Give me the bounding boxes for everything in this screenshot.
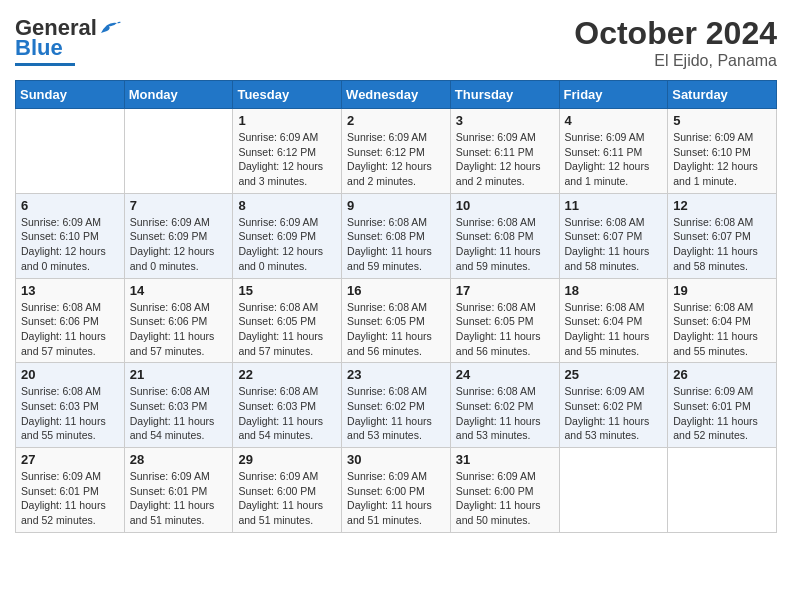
day-number: 20 bbox=[21, 367, 119, 382]
day-cell: 3Sunrise: 6:09 AM Sunset: 6:11 PM Daylig… bbox=[450, 109, 559, 194]
day-info: Sunrise: 6:09 AM Sunset: 6:11 PM Dayligh… bbox=[456, 130, 554, 189]
day-cell: 27Sunrise: 6:09 AM Sunset: 6:01 PM Dayli… bbox=[16, 448, 125, 533]
day-cell: 28Sunrise: 6:09 AM Sunset: 6:01 PM Dayli… bbox=[124, 448, 233, 533]
day-info: Sunrise: 6:09 AM Sunset: 6:09 PM Dayligh… bbox=[130, 215, 228, 274]
day-cell: 30Sunrise: 6:09 AM Sunset: 6:00 PM Dayli… bbox=[342, 448, 451, 533]
day-number: 4 bbox=[565, 113, 663, 128]
day-cell: 7Sunrise: 6:09 AM Sunset: 6:09 PM Daylig… bbox=[124, 193, 233, 278]
day-number: 27 bbox=[21, 452, 119, 467]
day-info: Sunrise: 6:08 AM Sunset: 6:02 PM Dayligh… bbox=[456, 384, 554, 443]
logo-bird-icon bbox=[99, 19, 121, 37]
day-info: Sunrise: 6:08 AM Sunset: 6:03 PM Dayligh… bbox=[130, 384, 228, 443]
day-number: 21 bbox=[130, 367, 228, 382]
day-cell: 20Sunrise: 6:08 AM Sunset: 6:03 PM Dayli… bbox=[16, 363, 125, 448]
day-info: Sunrise: 6:08 AM Sunset: 6:04 PM Dayligh… bbox=[565, 300, 663, 359]
col-header-sunday: Sunday bbox=[16, 81, 125, 109]
day-info: Sunrise: 6:08 AM Sunset: 6:06 PM Dayligh… bbox=[130, 300, 228, 359]
day-info: Sunrise: 6:08 AM Sunset: 6:05 PM Dayligh… bbox=[456, 300, 554, 359]
day-info: Sunrise: 6:09 AM Sunset: 6:09 PM Dayligh… bbox=[238, 215, 336, 274]
day-cell: 22Sunrise: 6:08 AM Sunset: 6:03 PM Dayli… bbox=[233, 363, 342, 448]
day-number: 26 bbox=[673, 367, 771, 382]
day-number: 19 bbox=[673, 283, 771, 298]
col-header-saturday: Saturday bbox=[668, 81, 777, 109]
header: General Blue October 2024 El Ejido, Pana… bbox=[15, 15, 777, 70]
day-cell: 4Sunrise: 6:09 AM Sunset: 6:11 PM Daylig… bbox=[559, 109, 668, 194]
day-number: 9 bbox=[347, 198, 445, 213]
day-number: 10 bbox=[456, 198, 554, 213]
day-number: 25 bbox=[565, 367, 663, 382]
day-number: 6 bbox=[21, 198, 119, 213]
col-header-friday: Friday bbox=[559, 81, 668, 109]
title-area: October 2024 El Ejido, Panama bbox=[574, 15, 777, 70]
day-cell: 14Sunrise: 6:08 AM Sunset: 6:06 PM Dayli… bbox=[124, 278, 233, 363]
day-info: Sunrise: 6:08 AM Sunset: 6:03 PM Dayligh… bbox=[238, 384, 336, 443]
col-header-monday: Monday bbox=[124, 81, 233, 109]
day-info: Sunrise: 6:08 AM Sunset: 6:03 PM Dayligh… bbox=[21, 384, 119, 443]
week-row-4: 20Sunrise: 6:08 AM Sunset: 6:03 PM Dayli… bbox=[16, 363, 777, 448]
day-number: 23 bbox=[347, 367, 445, 382]
day-info: Sunrise: 6:09 AM Sunset: 6:10 PM Dayligh… bbox=[673, 130, 771, 189]
day-info: Sunrise: 6:09 AM Sunset: 6:00 PM Dayligh… bbox=[238, 469, 336, 528]
day-cell: 13Sunrise: 6:08 AM Sunset: 6:06 PM Dayli… bbox=[16, 278, 125, 363]
day-cell: 16Sunrise: 6:08 AM Sunset: 6:05 PM Dayli… bbox=[342, 278, 451, 363]
day-cell: 23Sunrise: 6:08 AM Sunset: 6:02 PM Dayli… bbox=[342, 363, 451, 448]
logo-blue: Blue bbox=[15, 35, 63, 61]
day-number: 12 bbox=[673, 198, 771, 213]
day-number: 3 bbox=[456, 113, 554, 128]
day-number: 7 bbox=[130, 198, 228, 213]
day-cell bbox=[668, 448, 777, 533]
day-info: Sunrise: 6:09 AM Sunset: 6:11 PM Dayligh… bbox=[565, 130, 663, 189]
day-cell: 31Sunrise: 6:09 AM Sunset: 6:00 PM Dayli… bbox=[450, 448, 559, 533]
day-number: 11 bbox=[565, 198, 663, 213]
day-cell: 25Sunrise: 6:09 AM Sunset: 6:02 PM Dayli… bbox=[559, 363, 668, 448]
day-cell bbox=[559, 448, 668, 533]
day-cell: 9Sunrise: 6:08 AM Sunset: 6:08 PM Daylig… bbox=[342, 193, 451, 278]
day-cell bbox=[124, 109, 233, 194]
day-number: 15 bbox=[238, 283, 336, 298]
day-number: 13 bbox=[21, 283, 119, 298]
day-number: 30 bbox=[347, 452, 445, 467]
day-info: Sunrise: 6:09 AM Sunset: 6:12 PM Dayligh… bbox=[238, 130, 336, 189]
day-info: Sunrise: 6:09 AM Sunset: 6:01 PM Dayligh… bbox=[130, 469, 228, 528]
day-cell: 8Sunrise: 6:09 AM Sunset: 6:09 PM Daylig… bbox=[233, 193, 342, 278]
day-number: 1 bbox=[238, 113, 336, 128]
day-info: Sunrise: 6:08 AM Sunset: 6:08 PM Dayligh… bbox=[456, 215, 554, 274]
day-number: 29 bbox=[238, 452, 336, 467]
day-info: Sunrise: 6:08 AM Sunset: 6:05 PM Dayligh… bbox=[347, 300, 445, 359]
location-title: El Ejido, Panama bbox=[574, 52, 777, 70]
logo: General Blue bbox=[15, 15, 121, 66]
week-row-2: 6Sunrise: 6:09 AM Sunset: 6:10 PM Daylig… bbox=[16, 193, 777, 278]
day-cell: 15Sunrise: 6:08 AM Sunset: 6:05 PM Dayli… bbox=[233, 278, 342, 363]
day-info: Sunrise: 6:08 AM Sunset: 6:05 PM Dayligh… bbox=[238, 300, 336, 359]
week-row-1: 1Sunrise: 6:09 AM Sunset: 6:12 PM Daylig… bbox=[16, 109, 777, 194]
day-cell: 11Sunrise: 6:08 AM Sunset: 6:07 PM Dayli… bbox=[559, 193, 668, 278]
day-info: Sunrise: 6:09 AM Sunset: 6:01 PM Dayligh… bbox=[673, 384, 771, 443]
day-info: Sunrise: 6:08 AM Sunset: 6:07 PM Dayligh… bbox=[565, 215, 663, 274]
day-number: 14 bbox=[130, 283, 228, 298]
day-number: 18 bbox=[565, 283, 663, 298]
day-info: Sunrise: 6:08 AM Sunset: 6:08 PM Dayligh… bbox=[347, 215, 445, 274]
day-cell: 1Sunrise: 6:09 AM Sunset: 6:12 PM Daylig… bbox=[233, 109, 342, 194]
day-number: 5 bbox=[673, 113, 771, 128]
day-cell: 18Sunrise: 6:08 AM Sunset: 6:04 PM Dayli… bbox=[559, 278, 668, 363]
day-number: 31 bbox=[456, 452, 554, 467]
day-info: Sunrise: 6:09 AM Sunset: 6:12 PM Dayligh… bbox=[347, 130, 445, 189]
day-number: 8 bbox=[238, 198, 336, 213]
day-info: Sunrise: 6:09 AM Sunset: 6:00 PM Dayligh… bbox=[347, 469, 445, 528]
day-cell: 24Sunrise: 6:08 AM Sunset: 6:02 PM Dayli… bbox=[450, 363, 559, 448]
day-info: Sunrise: 6:08 AM Sunset: 6:02 PM Dayligh… bbox=[347, 384, 445, 443]
week-row-3: 13Sunrise: 6:08 AM Sunset: 6:06 PM Dayli… bbox=[16, 278, 777, 363]
day-info: Sunrise: 6:09 AM Sunset: 6:02 PM Dayligh… bbox=[565, 384, 663, 443]
day-info: Sunrise: 6:08 AM Sunset: 6:04 PM Dayligh… bbox=[673, 300, 771, 359]
day-info: Sunrise: 6:09 AM Sunset: 6:00 PM Dayligh… bbox=[456, 469, 554, 528]
day-cell: 29Sunrise: 6:09 AM Sunset: 6:00 PM Dayli… bbox=[233, 448, 342, 533]
day-info: Sunrise: 6:09 AM Sunset: 6:01 PM Dayligh… bbox=[21, 469, 119, 528]
day-info: Sunrise: 6:08 AM Sunset: 6:07 PM Dayligh… bbox=[673, 215, 771, 274]
month-title: October 2024 bbox=[574, 15, 777, 52]
day-info: Sunrise: 6:08 AM Sunset: 6:06 PM Dayligh… bbox=[21, 300, 119, 359]
col-header-thursday: Thursday bbox=[450, 81, 559, 109]
day-info: Sunrise: 6:09 AM Sunset: 6:10 PM Dayligh… bbox=[21, 215, 119, 274]
calendar-table: SundayMondayTuesdayWednesdayThursdayFrid… bbox=[15, 80, 777, 533]
day-cell: 17Sunrise: 6:08 AM Sunset: 6:05 PM Dayli… bbox=[450, 278, 559, 363]
day-cell: 5Sunrise: 6:09 AM Sunset: 6:10 PM Daylig… bbox=[668, 109, 777, 194]
